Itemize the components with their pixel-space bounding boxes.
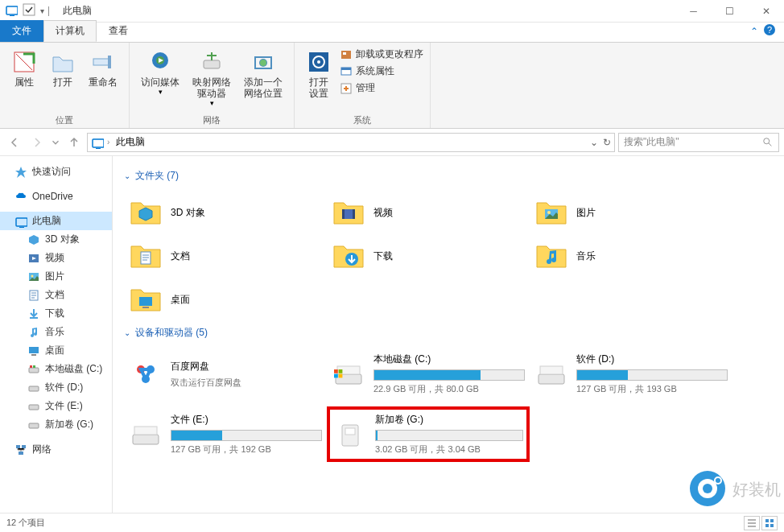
nav-drive-c[interactable]: 本地磁盘 (C:) (0, 360, 112, 378)
svg-rect-48 (142, 307, 149, 308)
nav-documents[interactable]: 文档 (0, 286, 112, 304)
svg-rect-52 (334, 369, 338, 373)
nav-this-pc[interactable]: 此电脑 (0, 212, 112, 230)
folder-3d-objects[interactable]: 3D 对象 (124, 191, 327, 234)
svg-rect-33 (33, 365, 35, 368)
drive-e[interactable]: 文件 (E:)127 GB 可用，共 192 GB (124, 406, 327, 462)
nav-videos[interactable]: 视频 (0, 249, 112, 267)
folder-pictures[interactable]: 图片 (530, 191, 732, 234)
ribbon-collapse-icon[interactable]: ⌃ (750, 26, 758, 37)
nav-drive-g[interactable]: 新加卷 (G:) (0, 415, 112, 434)
nav-back-button[interactable] (5, 133, 24, 152)
folder-desktop[interactable]: 桌面 (124, 278, 327, 321)
titlebar: ▾ │ 此电脑 ─ ☐ ✕ (0, 0, 784, 23)
close-button[interactable]: ✕ (748, 0, 784, 23)
svg-rect-60 (765, 524, 769, 527)
svg-rect-57 (345, 428, 355, 435)
search-input[interactable]: 搜索"此电脑" (618, 133, 779, 152)
svg-point-64 (703, 484, 712, 493)
breadcrumb[interactable]: 此电脑 (113, 135, 148, 149)
svg-rect-47 (139, 297, 152, 306)
svg-rect-61 (770, 524, 774, 527)
refresh-icon[interactable]: ↻ (603, 137, 611, 148)
svg-rect-30 (31, 354, 36, 356)
nav-recent-button[interactable] (50, 133, 61, 152)
watermark-logo-icon (687, 468, 728, 511)
ribbon-group-network: 网络 (136, 113, 287, 126)
folder-videos[interactable]: 视频 (327, 191, 530, 234)
svg-rect-55 (339, 373, 343, 377)
svg-point-18 (317, 60, 320, 64)
nav-up-button[interactable] (64, 133, 84, 152)
nav-quick-access[interactable]: 快速访问 (0, 163, 112, 181)
tab-computer[interactable]: 计算机 (43, 20, 97, 42)
item-count: 12 个项目 (6, 517, 45, 529)
ribbon-group-location: 位置 (6, 113, 122, 126)
properties-button[interactable]: 属性 (6, 46, 42, 113)
add-location-button[interactable]: 添加一个 网络位置 (239, 46, 287, 113)
svg-rect-41 (342, 209, 345, 219)
manage-button[interactable]: 管理 (340, 81, 423, 95)
folder-documents[interactable]: 文档 (124, 234, 327, 278)
nav-downloads[interactable]: 下载 (0, 304, 112, 323)
nav-network[interactable]: 网络 (0, 440, 112, 459)
svg-rect-37 (16, 445, 20, 448)
drive-g[interactable]: 新加卷 (G:)3.02 GB 可用，共 3.04 GB (327, 406, 530, 462)
drive-c[interactable]: 本地磁盘 (C:)22.9 GB 可用，共 80.0 GB (327, 348, 530, 400)
address-bar[interactable]: › 此电脑 ⌄↻ (87, 133, 615, 152)
group-devices[interactable]: ⌄设备和驱动器 (5) (124, 326, 773, 340)
svg-rect-54 (334, 373, 338, 377)
drive-baidu[interactable]: 百度网盘双击运行百度网盘 (124, 348, 327, 400)
nav-desktop[interactable]: 桌面 (0, 341, 112, 360)
maximize-button[interactable]: ☐ (712, 0, 748, 23)
minimize-button[interactable]: ─ (675, 0, 712, 23)
map-drive-button[interactable]: 映射网络 驱动器▾ (188, 46, 236, 113)
ribbon-tabs: 文件 计算机 查看 ⌃ ? (0, 23, 784, 42)
addr-dropdown-icon[interactable]: ⌄ (590, 137, 598, 148)
rename-button[interactable]: 重命名 (84, 46, 122, 113)
status-bar: 12 个项目 (0, 513, 784, 532)
folder-downloads[interactable]: 下载 (327, 234, 530, 278)
qat-dropdown-icon[interactable]: ▾ │ (40, 6, 52, 15)
window-title: 此电脑 (56, 4, 92, 18)
uninstall-button[interactable]: 卸载或更改程序 (340, 47, 423, 61)
svg-rect-32 (30, 365, 32, 368)
group-folders[interactable]: ⌄文件夹 (7) (124, 169, 773, 183)
drive-d[interactable]: 软件 (D:)127 GB 可用，共 193 GB (530, 348, 732, 400)
view-details-button[interactable] (744, 516, 760, 530)
svg-rect-22 (341, 68, 351, 70)
open-button[interactable]: 打开 (45, 46, 80, 113)
nav-forward-button[interactable] (27, 133, 47, 152)
svg-rect-39 (19, 452, 23, 455)
pc-icon (91, 136, 104, 149)
svg-rect-35 (29, 405, 39, 410)
nav-onedrive[interactable]: OneDrive (0, 188, 112, 205)
navigation-pane: 快速访问 OneDrive 此电脑 3D 对象 视频 图片 文档 下载 音乐 桌… (0, 156, 113, 526)
svg-rect-36 (29, 423, 39, 428)
nav-drive-e[interactable]: 文件 (E:) (0, 397, 112, 415)
watermark-text: 好装机 (732, 479, 781, 501)
svg-rect-29 (29, 347, 39, 353)
tab-view[interactable]: 查看 (97, 20, 140, 42)
svg-rect-53 (339, 369, 343, 373)
content-pane: ⌄文件夹 (7) 3D 对象 视频 图片 文档 下载 音乐 桌面 ⌄设备和驱动器… (113, 156, 784, 526)
help-icon[interactable]: ? (763, 23, 776, 39)
nav-music[interactable]: 音乐 (0, 323, 112, 341)
folder-music[interactable]: 音乐 (530, 234, 732, 278)
svg-point-27 (31, 274, 34, 277)
svg-rect-8 (93, 59, 109, 65)
tab-file[interactable]: 文件 (0, 20, 43, 42)
svg-text:?: ? (767, 25, 772, 35)
open-settings-button[interactable]: 打开 设置 (301, 46, 336, 113)
svg-rect-34 (29, 386, 39, 391)
ribbon-group-system: 系统 (301, 113, 423, 126)
qat-check-icon[interactable] (23, 3, 35, 19)
nav-3d-objects[interactable]: 3D 对象 (0, 230, 112, 249)
nav-pictures[interactable]: 图片 (0, 267, 112, 286)
nav-drive-d[interactable]: 软件 (D:) (0, 378, 112, 397)
sysprops-button[interactable]: 系统属性 (340, 64, 423, 78)
pc-icon (5, 3, 18, 19)
access-media-button[interactable]: 访问媒体▾ (136, 46, 184, 113)
svg-rect-12 (204, 60, 220, 68)
view-tiles-button[interactable] (761, 516, 778, 530)
